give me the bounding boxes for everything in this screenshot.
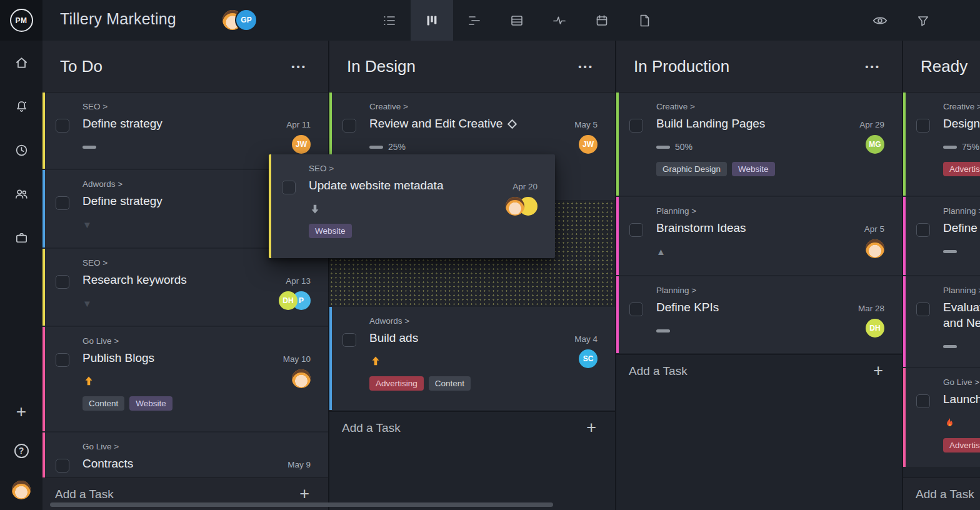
sidebar-item-home[interactable] (0, 41, 42, 84)
sidebar-item-portfolio[interactable] (0, 216, 42, 259)
assignee-avatars: JW (292, 135, 311, 154)
task-card[interactable]: Planning > Evaluate and Negotiate (903, 276, 980, 367)
sidebar-help-button[interactable]: ? (0, 431, 42, 470)
tag-row: Advertising Content (369, 376, 555, 391)
add-task-label: Add a Task (342, 421, 401, 435)
task-category[interactable]: Go Live > (82, 336, 268, 346)
due-date: May 9 (288, 460, 311, 469)
avatar-initials: DH (279, 291, 298, 310)
task-category[interactable]: Adwords > (82, 179, 268, 189)
task-category[interactable]: Planning > (656, 206, 842, 216)
sidebar-item-team[interactable] (0, 172, 42, 216)
tab-timeline-view[interactable] (453, 0, 496, 41)
tag: Graphic Design (656, 162, 727, 176)
member-avatar-gp: GP (236, 10, 256, 30)
task-card[interactable]: Planning > Define KPIs Mar 28 DH (616, 276, 902, 353)
tab-sheet-view[interactable] (496, 0, 538, 41)
task-category[interactable]: Adwords > (369, 316, 555, 326)
due-date: May 4 (574, 334, 598, 344)
sidebar-item-notifications[interactable] (0, 84, 42, 128)
progress-bar (369, 146, 383, 149)
task-checkbox[interactable] (629, 302, 643, 316)
progress-bar (656, 329, 670, 332)
task-checkbox[interactable] (342, 119, 356, 132)
task-checkbox[interactable] (56, 119, 69, 132)
column-title: Ready (921, 57, 968, 76)
task-checkbox[interactable] (916, 223, 930, 237)
tab-calendar-view[interactable] (581, 0, 623, 41)
task-title: Brainstorm Ideas (656, 221, 842, 235)
tab-board-view[interactable] (411, 0, 453, 41)
task-card[interactable]: Go Live > Publish Blogs Content Website … (42, 327, 328, 431)
task-card[interactable]: Go Live > Launch Advertising (903, 368, 980, 467)
plus-icon: + (16, 402, 26, 422)
filter-button[interactable] (901, 0, 944, 41)
column-header: In Production ••• (616, 41, 902, 92)
tab-activity-view[interactable] (538, 0, 581, 41)
project-member-avatars[interactable]: GP (222, 10, 256, 30)
task-category[interactable]: SEO > (82, 258, 268, 268)
due-date: May 10 (283, 354, 311, 364)
task-title: Launch (943, 392, 980, 406)
sidebar-item-time[interactable] (0, 128, 42, 172)
column-menu-button[interactable]: ••• (865, 61, 881, 72)
task-category[interactable]: SEO > (82, 102, 268, 111)
tag: Website (309, 224, 352, 238)
task-checkbox[interactable] (916, 302, 930, 316)
sidebar-add-button[interactable]: + (0, 392, 42, 431)
task-category[interactable]: Planning > (943, 286, 980, 295)
add-task-button[interactable]: Add a Task + (329, 411, 615, 444)
app-logo[interactable]: PM (0, 0, 42, 41)
due-date: Apr 20 (512, 182, 538, 191)
task-checkbox[interactable] (56, 196, 69, 210)
task-card[interactable]: Go Live > Contracts May 9 (42, 432, 328, 478)
task-title: Research keywords (82, 273, 268, 287)
task-category[interactable]: Creative > (656, 102, 842, 111)
task-card[interactable]: Adwords > Build ads Advertising Content … (329, 307, 615, 410)
task-checkbox[interactable] (629, 223, 643, 237)
task-checkbox[interactable] (56, 275, 69, 289)
task-card[interactable]: Planning > Define (903, 197, 980, 275)
task-category[interactable]: Planning > (943, 206, 980, 216)
visibility-button[interactable] (858, 0, 901, 41)
filter-icon (916, 14, 930, 28)
task-card[interactable]: SEO > Research keywords ▼ Apr 13 DH P (42, 249, 328, 326)
horizontal-scrollbar[interactable] (50, 502, 553, 507)
profile-avatar (12, 481, 31, 499)
tag: Advertising (369, 376, 424, 391)
task-checkbox[interactable] (56, 459, 69, 472)
task-category[interactable]: SEO > (309, 164, 495, 173)
task-checkbox[interactable] (629, 119, 643, 132)
task-checkbox[interactable] (916, 394, 930, 408)
task-card[interactable]: Planning > Brainstorm Ideas ▲ Apr 5 (616, 197, 902, 275)
task-title: Contracts (82, 457, 268, 471)
task-checkbox[interactable] (916, 119, 930, 132)
kanban-board: To Do ••• SEO > Define strategy Apr 11 J… (42, 41, 980, 510)
column-menu-button[interactable]: ••• (578, 61, 594, 72)
dragging-task-card[interactable]: SEO > Update website metadata Website Ap… (269, 154, 555, 258)
tab-doc-view[interactable] (623, 0, 666, 41)
tag-row: Graphic Design Website (656, 162, 842, 176)
task-category[interactable]: Creative > (943, 102, 980, 111)
task-checkbox[interactable] (342, 333, 356, 347)
task-checkbox[interactable] (56, 353, 69, 367)
task-category[interactable]: Planning > (656, 286, 842, 295)
list-view-icon (382, 13, 397, 28)
plus-icon: + (299, 484, 309, 504)
sheet-view-icon (509, 13, 524, 28)
tag: Website (129, 396, 172, 411)
priority-low-icon: ▼ (82, 299, 92, 308)
column-menu-button[interactable]: ••• (291, 61, 307, 72)
task-category[interactable]: Creative > (369, 102, 555, 111)
sidebar-profile-button[interactable] (0, 470, 42, 510)
column-in-production: In Production ••• Creative > Build Landi… (616, 41, 903, 510)
home-icon (14, 56, 29, 70)
task-card[interactable]: Creative > Build Landing Pages 50% Graph… (616, 92, 902, 196)
task-category[interactable]: Go Live > (943, 378, 980, 387)
add-task-button[interactable]: Add a Task + (616, 354, 902, 387)
tab-list-view[interactable] (368, 0, 411, 41)
add-task-button[interactable]: Add a Task + (903, 478, 980, 510)
task-category[interactable]: Go Live > (82, 442, 268, 451)
task-checkbox[interactable] (282, 181, 296, 194)
task-card[interactable]: Creative > Design 75% Advertising (903, 92, 980, 196)
